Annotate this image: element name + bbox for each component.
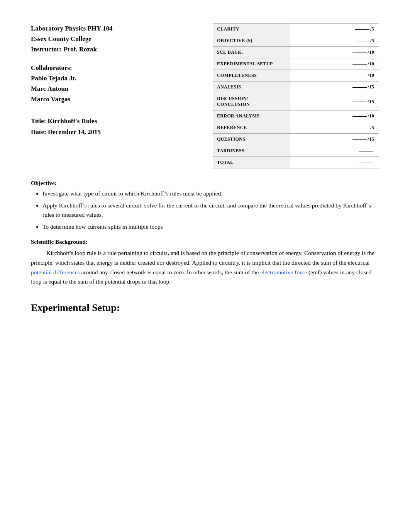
grading-score: /15 <box>290 134 379 145</box>
college-name: Essex County College <box>31 34 197 44</box>
grading-row: SCI. BACK./10 <box>213 47 379 58</box>
score-underline <box>355 29 369 30</box>
body-section: Objective: Investigate what type of circ… <box>31 180 379 314</box>
score-underline <box>352 102 367 102</box>
grading-score: /10 <box>290 47 379 58</box>
objective-bullet: To determine how currents splits in mult… <box>42 222 379 231</box>
grading-row: CLARITY/5 <box>213 24 379 35</box>
sci-background-label: Scientific Background: <box>31 239 379 245</box>
title-section: Title: Kirchhoff's Rules Date: December … <box>31 116 197 137</box>
grading-row: QUESTIONS/15 <box>213 134 379 145</box>
grading-row: COMPLETENESS/10 <box>213 70 379 82</box>
experimental-setup-heading: Experimental Setup: <box>31 302 379 314</box>
collaborators-label: Collaborators: <box>31 63 197 73</box>
score-denominator: /15 <box>368 99 374 104</box>
grading-table: CLARITY/5OBJECTIVE (S)/5SCI. BACK./10EXP… <box>213 23 379 168</box>
sci-background-text: Kirchhoff's loop rule is a rule pertaini… <box>31 248 379 287</box>
grading-row: DISCUSSION/ CONCLUSION/15 <box>213 93 379 110</box>
score-underline <box>352 64 367 65</box>
grading-row: EXPERIMENTAL SETUP/10 <box>213 58 379 70</box>
grading-score: /15 <box>290 82 379 93</box>
grading-row: TOTAL <box>213 157 379 168</box>
course-title: Laboratory Physics PHY 104 <box>31 23 197 34</box>
score-underline <box>352 76 367 76</box>
grading-score: /15 <box>290 93 379 110</box>
header-left: Laboratory Physics PHY 104 Essex County … <box>31 23 197 168</box>
header-section: Laboratory Physics PHY 104 Essex County … <box>31 23 379 168</box>
score-denominator: /15 <box>368 136 374 142</box>
lab-title: Title: Kirchhoff's Rules <box>31 116 197 126</box>
grading-score: /10 <box>290 70 379 82</box>
grading-score <box>290 157 379 168</box>
grading-score: /10 <box>290 110 379 122</box>
grading-row: OBJECTIVE (S)/5 <box>213 35 379 47</box>
grading-label: CLARITY <box>213 24 290 35</box>
score-denominator: /10 <box>368 113 374 119</box>
score-underline <box>355 128 369 128</box>
score-underline <box>352 116 367 117</box>
grading-row: REFERENCE/5 <box>213 122 379 134</box>
grading-label: ERROR ANALYSIS <box>213 110 290 122</box>
score-denominator: /5 <box>370 38 374 43</box>
instructor-name: Instructor: Prof. Rozak <box>31 44 197 54</box>
score-underline <box>352 139 367 140</box>
grading-score: /5 <box>290 122 379 134</box>
grading-row: ANALYSIS/15 <box>213 82 379 93</box>
grading-label: REFERENCE <box>213 122 290 134</box>
grading-label: TOTAL <box>213 157 290 168</box>
score-underline <box>352 87 367 88</box>
grading-score: /5 <box>290 24 379 35</box>
grading-label: EXPERIMENTAL SETUP <box>213 58 290 70</box>
score-denominator: /5 <box>370 26 374 32</box>
score-denominator: /10 <box>368 61 374 66</box>
grading-label: QUESTIONS <box>213 134 290 145</box>
grading-row: TARDINESS <box>213 145 379 157</box>
grading-label: ANALYSIS <box>213 82 290 93</box>
score-underline <box>355 41 369 41</box>
objective-label: Objective: <box>31 180 379 187</box>
objective-bullets: Investigate what type of circuit to whic… <box>42 189 379 231</box>
grading-table-container: CLARITY/5OBJECTIVE (S)/5SCI. BACK./10EXP… <box>213 23 379 168</box>
score-denominator: /10 <box>368 49 374 55</box>
lab-date: Date: December 14, 2015 <box>31 127 197 137</box>
score-denominator: /5 <box>370 125 374 130</box>
score-underline <box>359 151 373 151</box>
electromotive-force-link[interactable]: electromotive force <box>260 269 307 275</box>
grading-row: ERROR ANALYSIS/10 <box>213 110 379 122</box>
score-denominator: /15 <box>368 84 374 90</box>
grading-score: /5 <box>290 35 379 47</box>
collaborator-2: Marc Antoun <box>31 83 197 94</box>
score-denominator: /10 <box>368 73 374 78</box>
collaborator-3: Marco Vargas <box>31 94 197 104</box>
score-underline <box>352 53 367 53</box>
grading-label: COMPLETENESS <box>213 70 290 82</box>
score-underline <box>359 163 373 163</box>
grading-label: TARDINESS <box>213 145 290 157</box>
objective-bullet: Apply Kirchhoff’s rules to several circu… <box>42 201 379 219</box>
grading-label: OBJECTIVE (S) <box>213 35 290 47</box>
collaborator-1: Pablo Tejada Jr. <box>31 73 197 83</box>
grading-score <box>290 145 379 157</box>
potential-differences-link[interactable]: potential differences <box>31 269 80 275</box>
grading-label: DISCUSSION/ CONCLUSION <box>213 93 290 110</box>
objective-bullet: Investigate what type of circuit to whic… <box>42 189 379 198</box>
grading-label: SCI. BACK. <box>213 47 290 58</box>
grading-score: /10 <box>290 58 379 70</box>
